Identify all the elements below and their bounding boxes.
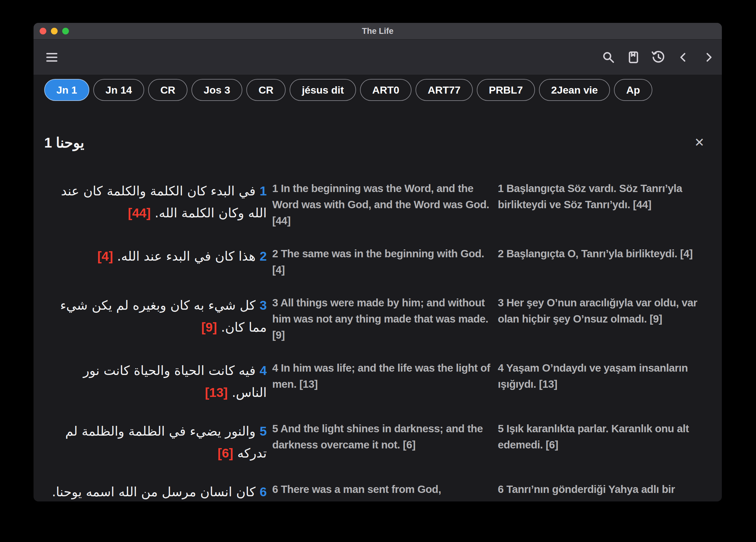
verse-5-turkish: 5 Işık karanlıkta parlar. Karanlık onu a…: [498, 420, 718, 464]
verse-6-turkish: 6 Tanrı’nın gönderdiği Yahya adlı bir: [498, 481, 718, 501]
chapter-header: يوحنا 1 ✕: [44, 134, 711, 180]
menu-icon[interactable]: [43, 49, 60, 66]
forward-icon[interactable]: [700, 49, 717, 66]
verse-6-arabic: 6 كان انسان مرسل من الله اسمه يوحنا.: [44, 481, 267, 501]
tab-2jean-vie[interactable]: 2Jean vie: [539, 79, 610, 101]
search-icon[interactable]: [600, 49, 617, 66]
tab-jesus-dit[interactable]: jésus dit: [290, 79, 356, 101]
verse-number: 5: [260, 424, 267, 438]
history-icon[interactable]: [650, 49, 667, 66]
verse-2-turkish: 2 Başlangıçta O, Tanrı’yla birlikteydi. …: [498, 245, 718, 278]
app-window: The Life: [34, 23, 722, 501]
cross-reference[interactable]: [4]: [97, 249, 113, 263]
verse-3-arabic: 3 كل شيء به كان وبغيره لم يكن شيء مما كا…: [44, 294, 267, 343]
verse-number: 4: [260, 363, 267, 378]
tab-cr-1[interactable]: CR: [148, 79, 187, 101]
verse-4-english: 4 In him was life; and the life was the …: [272, 360, 492, 404]
verse-1-arabic: 1 في البدء كان الكلمة والكلمة كان عند ال…: [44, 180, 267, 229]
back-icon[interactable]: [675, 49, 692, 66]
tab-ap[interactable]: Ap: [614, 79, 652, 101]
verse-2-arabic: 2 هذا كان في البدء عند الله. [4]: [44, 245, 267, 278]
verse-text: فيه كانت الحياة والحياة كانت نور الناس.: [83, 363, 267, 400]
tab-cr-2[interactable]: CR: [246, 79, 286, 101]
bookmark-icon[interactable]: [625, 49, 642, 66]
verse-4-turkish: 4 Yaşam O’ndaydı ve yaşam insanların ışı…: [498, 360, 718, 404]
verse-5-english: 5 And the light shines in darkness; and …: [272, 420, 492, 464]
verse-5-arabic: 5 والنور يضيء في الظلمة والظلمة لم تدركه…: [44, 420, 267, 464]
chapter-title: يوحنا 1: [44, 134, 84, 151]
cross-reference[interactable]: [9]: [201, 320, 217, 334]
tab-jn-1[interactable]: Jn 1: [44, 79, 89, 101]
verse-grid: 1 في البدء كان الكلمة والكلمة كان عند ال…: [44, 180, 711, 501]
toolbar: [34, 40, 722, 75]
tab-bar: Jn 1 Jn 14 CR Jos 3 CR jésus dit ART0 AR…: [34, 75, 722, 105]
cross-reference[interactable]: [13]: [205, 385, 228, 400]
tab-prbl7[interactable]: PRBL7: [477, 79, 535, 101]
titlebar: The Life: [34, 23, 722, 40]
verse-2-english: 2 The same was in the beginning with God…: [272, 245, 492, 278]
verse-1-turkish: 1 Başlangıçta Söz vardı. Söz Tanrı’yla b…: [498, 180, 718, 229]
tab-jn-14[interactable]: Jn 14: [93, 79, 144, 101]
content-area: يوحنا 1 ✕ 1 في البدء كان الكلمة والكلمة …: [34, 134, 722, 501]
verse-text: كل شيء به كان وبغيره لم يكن شيء مما كان.: [60, 298, 267, 335]
verse-text: والنور يضيء في الظلمة والظلمة لم تدركه: [65, 424, 267, 461]
verse-text: كان انسان مرسل من الله اسمه يوحنا.: [52, 484, 255, 499]
verse-number: 2: [260, 249, 267, 263]
verse-number: 6: [260, 485, 267, 499]
verse-text: هذا كان في البدء عند الله.: [117, 249, 255, 264]
cross-reference[interactable]: [44]: [128, 206, 151, 220]
verse-number: 3: [260, 298, 267, 312]
verse-4-arabic: 4 فيه كانت الحياة والحياة كانت نور الناس…: [44, 360, 267, 404]
verse-3-english: 3 All things were made by him; and witho…: [272, 294, 492, 343]
tab-art77[interactable]: ART77: [415, 79, 473, 101]
cross-reference[interactable]: [6]: [218, 446, 233, 460]
verse-3-turkish: 3 Her şey O’nun aracılığıyla var oldu, v…: [498, 294, 718, 343]
window-title: The Life: [34, 27, 722, 36]
tab-jos-3[interactable]: Jos 3: [191, 79, 242, 101]
verse-1-english: 1 In the beginning was the Word, and the…: [272, 180, 492, 229]
verse-text: في البدء كان الكلمة والكلمة كان عند الله…: [61, 184, 267, 220]
close-icon[interactable]: ✕: [694, 136, 704, 148]
tab-art0[interactable]: ART0: [360, 79, 412, 101]
toolbar-right-group: [600, 49, 717, 66]
verse-number: 1: [260, 184, 267, 198]
verse-6-english: 6 There was a man sent from God,: [272, 481, 492, 501]
